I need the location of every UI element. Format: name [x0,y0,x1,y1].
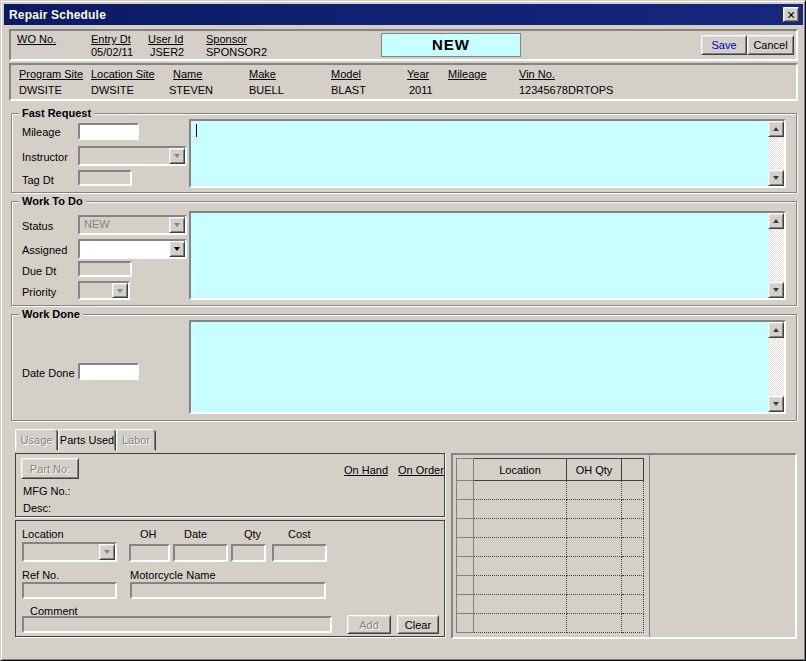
clear-button[interactable]: Clear [397,615,439,634]
location-label: Location [22,528,64,540]
part-location-dropdown-icon[interactable] [99,544,115,560]
date-input[interactable] [173,544,228,562]
on-order-link[interactable]: On Order [398,464,444,476]
scroll-up-icon[interactable] [768,121,784,137]
instructor-label: Instructor [22,151,68,163]
mileage-col-label: Mileage [448,68,487,80]
user-id-value: JSER2 [150,46,184,58]
oh-grid-row[interactable] [457,595,644,614]
grid-col-selector [457,459,474,481]
titlebar[interactable]: Repair Schedule ✕ [4,4,803,25]
part-entry-box: Location OH Date Qty Cost Ref No. Motorc… [15,520,445,637]
oh-grid-header-row: Location OH Qty [457,459,644,481]
cost-label: Cost [288,528,311,540]
ref-no-input[interactable] [22,582,117,599]
oh-grid-row[interactable] [457,576,644,595]
scroll-up-icon[interactable] [768,213,784,229]
oh-grid-row[interactable] [457,500,644,519]
due-dt-input[interactable] [78,261,132,277]
tab-usage[interactable]: Usage [15,429,58,451]
oh-grid-row[interactable] [457,519,644,538]
part-no-button[interactable]: Part No: [21,458,79,479]
model-value: BLAST [331,84,366,96]
make-label: Make [249,68,276,80]
vin-no-label: Vin No. [519,68,555,80]
program-site-value: DWSITE [19,84,62,96]
scroll-up-icon[interactable] [768,322,784,338]
tab-labor[interactable]: Labor [116,429,156,451]
oh-grid-body [457,481,644,633]
wo-header-panel: WO No. Entry Dt 05/02/11 User Id JSER2 S… [9,29,798,61]
priority-dropdown-icon[interactable] [112,283,128,298]
instructor-dropdown-icon[interactable] [169,148,185,164]
assigned-label: Assigned [22,244,67,256]
oh-grid: Location OH Qty [456,458,644,633]
cancel-button[interactable]: Cancel [747,35,794,55]
fast-request-title: Fast Request [19,107,94,119]
fast-request-scrollbar[interactable] [768,121,784,186]
program-site-label: Program Site [19,68,83,80]
work-to-do-notes[interactable] [189,211,786,300]
close-button[interactable]: ✕ [783,7,799,22]
instructor-combo[interactable] [78,146,187,166]
save-button[interactable]: Save [701,35,747,55]
priority-combo[interactable] [78,281,130,300]
make-value: BUELL [249,84,284,96]
mileage-input[interactable] [78,123,139,140]
oh-input[interactable] [129,544,170,562]
scroll-down-icon[interactable] [768,396,784,412]
work-done-scrollbar[interactable] [768,322,784,412]
date-done-input[interactable] [78,363,139,380]
motorcycle-name-input[interactable] [130,582,326,599]
wo-no-label: WO No. [17,33,56,45]
location-site-label: Location Site [91,68,155,80]
assigned-dropdown-icon[interactable] [169,241,185,257]
oh-grid-row[interactable] [457,481,644,500]
priority-label: Priority [22,286,56,298]
grid-col-tail [622,459,644,481]
work-to-do-scrollbar[interactable] [768,213,784,298]
status-badge: NEW [381,33,521,57]
oh-grid-row[interactable] [457,538,644,557]
qty-input[interactable] [231,544,266,562]
tab-parts-used[interactable]: Parts Used [58,429,116,451]
grid-panel-divider [649,455,650,637]
status-combo: NEW [78,215,187,235]
part-location-combo[interactable] [22,542,117,562]
fast-request-group: Fast Request Mileage Instructor Tag Dt [11,113,797,193]
work-done-notes[interactable] [189,320,786,414]
date-done-label: Date Done [22,367,75,379]
add-button[interactable]: Add [347,615,391,634]
location-site-value: DWSITE [91,84,134,96]
work-to-do-title: Work To Do [19,195,86,207]
fast-request-notes[interactable] [189,119,786,188]
ref-no-label: Ref No. [22,569,59,581]
year-label: Year [407,68,429,80]
on-hand-link[interactable]: On Hand [344,464,388,476]
qty-label: Qty [244,528,261,540]
cost-input[interactable] [272,544,327,562]
grid-col-location[interactable]: Location [474,459,567,481]
scroll-down-icon[interactable] [768,282,784,298]
text-caret [196,124,197,137]
window-title: Repair Schedule [9,8,106,22]
scroll-down-icon[interactable] [768,170,784,186]
oh-label: OH [140,528,157,540]
repair-schedule-window: Repair Schedule ✕ WO No. Entry Dt 05/02/… [0,0,806,661]
oh-grid-row[interactable] [457,614,644,633]
assigned-combo[interactable] [78,239,187,259]
name-value: STEVEN [169,84,213,96]
oh-grid-row[interactable] [457,557,644,576]
name-label: Name [173,68,202,80]
desc-label: Desc: [23,502,51,514]
grid-col-oh-qty[interactable]: OH Qty [567,459,622,481]
model-label: Model [331,68,361,80]
vehicle-header-panel: Program Site DWSITE Location Site DWSITE… [9,63,798,101]
status-label: Status [22,220,53,232]
comment-input[interactable] [22,616,332,633]
date-label: Date [184,528,207,540]
work-done-group: Work Done Date Done [11,314,797,421]
tag-dt-label: Tag Dt [22,174,54,186]
part-info-box: Part No: On Hand On Order MFG No.: Desc: [15,453,445,517]
tag-dt-input[interactable] [78,170,132,186]
